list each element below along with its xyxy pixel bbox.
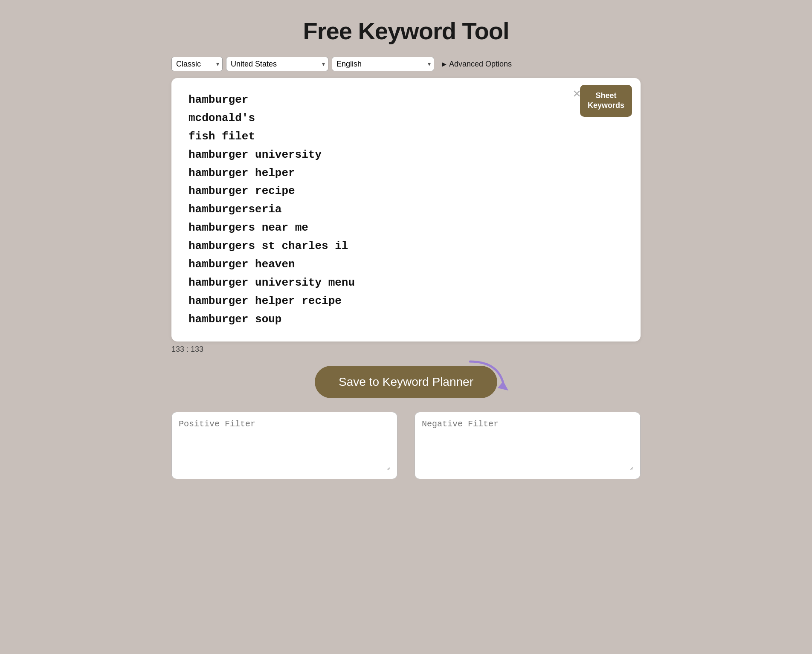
keyword-item: hamburger recipe bbox=[188, 182, 624, 200]
save-to-keyword-planner-button[interactable]: Save to Keyword Planner bbox=[315, 366, 497, 398]
page-title: Free Keyword Tool bbox=[303, 17, 509, 45]
keyword-item: hamburgerseria bbox=[188, 200, 624, 219]
language-select-wrapper: English bbox=[332, 57, 434, 71]
country-select[interactable]: United States bbox=[226, 57, 328, 71]
negative-filter-container bbox=[415, 412, 641, 479]
advanced-options-button[interactable]: ▶ Advanced Options bbox=[438, 57, 516, 71]
keyword-item: hamburger bbox=[188, 91, 624, 109]
classic-select[interactable]: Classic bbox=[171, 57, 223, 71]
keyword-item: hamburger university bbox=[188, 146, 624, 164]
keyword-item: hamburgers near me bbox=[188, 219, 624, 237]
sheet-keywords-button[interactable]: SheetKeywords bbox=[580, 85, 632, 117]
play-icon: ▶ bbox=[442, 61, 447, 67]
svg-marker-0 bbox=[498, 381, 508, 391]
keyword-item: mcdonald's bbox=[188, 109, 624, 127]
positive-filter-input[interactable] bbox=[179, 419, 390, 470]
toolbar: Classic United States English ▶ Advanced… bbox=[171, 57, 641, 71]
keyword-item: hamburger heaven bbox=[188, 255, 624, 274]
country-select-wrapper: United States bbox=[226, 57, 328, 71]
save-section: Save to Keyword Planner bbox=[171, 366, 641, 398]
count-label: 133 : 133 bbox=[171, 345, 641, 354]
keyword-list: hamburger mcdonald's fish filet hamburge… bbox=[188, 91, 624, 329]
positive-filter-container bbox=[171, 412, 397, 479]
negative-filter-input[interactable] bbox=[422, 419, 633, 470]
keyword-item: hamburger helper bbox=[188, 164, 624, 182]
advanced-options-label: Advanced Options bbox=[449, 60, 512, 69]
keyword-item: hamburger soup bbox=[188, 310, 624, 329]
language-select[interactable]: English bbox=[332, 57, 434, 71]
keyword-item: hamburger university menu bbox=[188, 274, 624, 292]
keyword-item: hamburger helper recipe bbox=[188, 292, 624, 310]
keyword-item: fish filet bbox=[188, 127, 624, 146]
keyword-item: hamburgers st charles il bbox=[188, 237, 624, 255]
arrow-container: Save to Keyword Planner bbox=[171, 366, 641, 398]
classic-select-wrapper: Classic bbox=[171, 57, 223, 71]
keyword-box: × SheetKeywords hamburger mcdonald's fis… bbox=[171, 78, 641, 341]
filters-row bbox=[171, 412, 641, 479]
